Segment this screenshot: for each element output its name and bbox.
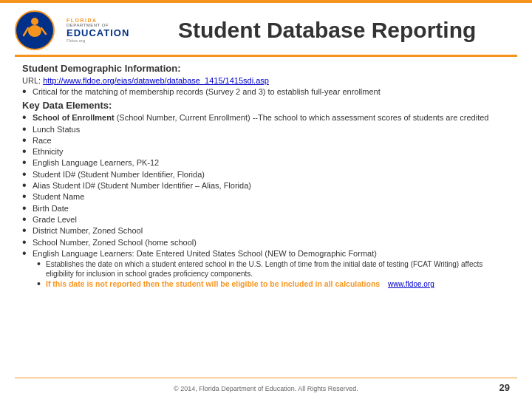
bullet-icon: • (22, 112, 33, 123)
logo-area (15, 10, 55, 50)
list-item-0-bold: School of Enrollment (33, 113, 115, 122)
logo-svg (16, 12, 53, 49)
list-item-7: • Student Name (22, 191, 510, 202)
list-item-8-text: Birth Date (33, 203, 510, 214)
list-item-5-text: Student ID# (Student Number Identifier, … (33, 169, 510, 180)
list-item-4-text: English Language Learners, PK-12 (33, 157, 510, 168)
list-item-0-rest: (School Number, Current Enrollment) --Th… (117, 113, 489, 122)
fldoe-url[interactable]: www.fldoe.org (388, 280, 434, 288)
sub-bullet-1-text: Establishes the date on which a student … (46, 259, 510, 279)
list-item-3: • Ethnicity (22, 146, 510, 157)
svg-point-0 (31, 18, 38, 25)
list-item-8: • Birth Date (22, 203, 510, 214)
key-elements-title: Key Data Elements: (22, 100, 510, 111)
logo-text: FLORIDA DEPARTMENT OF EDUCATION Fldoe.or… (66, 18, 129, 43)
list-item-9: • Grade Level (22, 214, 510, 225)
section-title: Student Demographic Information: (22, 63, 510, 74)
list-item-5: • Student ID# (Student Number Identifier… (22, 169, 510, 180)
list-item-12: • English Language Learners: Date Entere… (22, 248, 510, 259)
page-number: 29 (499, 382, 510, 393)
logo-fldoe-text: Fldoe.org (66, 38, 85, 43)
page-title: Student Database Reporting (137, 18, 517, 43)
list-item-9-text: Grade Level (33, 214, 510, 225)
sub-bullet-1: • Establishes the date on which a studen… (22, 259, 510, 279)
list-item-12-text: English Language Learners: Date Entered … (33, 248, 510, 259)
list-item-11: • School Number, Zoned School (home scho… (22, 237, 510, 248)
list-item-6: • Alias Student ID# (Student Number Iden… (22, 180, 510, 191)
bullet-enrollment-critical-text: Critical for the matching of membership … (33, 86, 510, 97)
bullet-icon: • (22, 191, 33, 202)
orange-warning-text: If this date is not reported then the st… (46, 279, 380, 288)
bottom-bar: © 2014, Florida Department of Education.… (0, 378, 532, 399)
bullet-icon: • (22, 237, 33, 248)
list-item-2: • Race (22, 135, 510, 146)
sub-bullet-icon-2: • (37, 279, 46, 289)
sub-bullet-2-content: If this date is not reported then the st… (46, 279, 434, 288)
sub-bullet-icon: • (37, 259, 46, 269)
list-item-7-text: Student Name (33, 191, 510, 202)
bullet-icon: • (22, 157, 33, 168)
logo-education-text: EDUCATION (66, 27, 129, 38)
logo-circle (15, 10, 55, 50)
list-item-4: • English Language Learners, PK-12 (22, 157, 510, 168)
bullet-icon: • (22, 203, 33, 214)
svg-point-1 (28, 25, 41, 37)
bullet-icon: • (22, 86, 33, 97)
svg-line-3 (41, 28, 46, 34)
bullet-icon: • (22, 169, 33, 180)
list-item-6-text: Alias Student ID# (Student Number Identi… (33, 180, 510, 191)
list-item-0: • School of Enrollment (School Number, C… (22, 112, 510, 123)
sub-bullet-2: • If this date is not reported then the … (22, 279, 510, 289)
list-item-2-text: Race (33, 135, 510, 146)
content-area: Student Demographic Information: URL: ht… (0, 57, 532, 378)
svg-line-2 (24, 28, 28, 35)
url-line: URL: http://www.fldoe.org/eias/dataweb/d… (22, 76, 510, 85)
url-link[interactable]: http://www.fldoe.org/eias/dataweb/databa… (43, 76, 269, 85)
bullet-icon: • (22, 180, 33, 191)
list-item-0-text: School of Enrollment (School Number, Cur… (33, 112, 510, 123)
bullet-icon: • (22, 225, 33, 236)
bullet-icon: • (22, 214, 33, 225)
list-item-10-text: District Number, Zoned School (33, 225, 510, 236)
logo-florida-text: FLORIDA (66, 18, 98, 23)
list-item-11-text: School Number, Zoned School (home school… (33, 237, 510, 248)
bullet-icon: • (22, 146, 33, 157)
list-item-1: • Lunch Status (22, 124, 510, 134)
bullet-enrollment-critical: • Critical for the matching of membershi… (22, 86, 510, 97)
bullet-icon: • (22, 135, 33, 146)
bullet-icon: • (22, 124, 33, 134)
footer-text: © 2014, Florida Department of Education.… (174, 385, 358, 392)
url-label: URL: (22, 76, 41, 85)
list-item-10: • District Number, Zoned School (22, 225, 510, 236)
header: FLORIDA DEPARTMENT OF EDUCATION Fldoe.or… (0, 3, 532, 55)
bullet-icon: • (22, 248, 33, 259)
list-item-1-text: Lunch Status (33, 124, 510, 134)
list-item-3-text: Ethnicity (33, 146, 510, 157)
page: FLORIDA DEPARTMENT OF EDUCATION Fldoe.or… (0, 0, 532, 399)
